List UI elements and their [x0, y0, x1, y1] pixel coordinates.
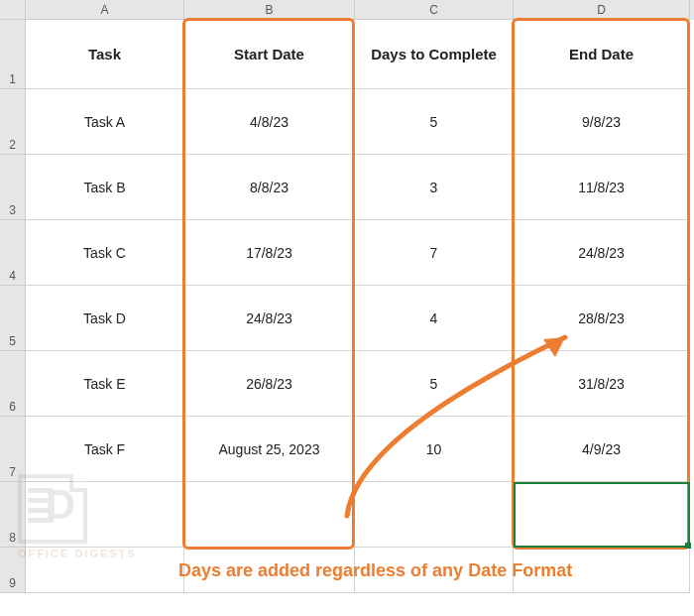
cell-d3[interactable]: 11/8/23: [514, 155, 690, 220]
cell-d4[interactable]: 24/8/23: [514, 220, 690, 286]
row-header-5[interactable]: 5: [0, 286, 26, 351]
cell-c2[interactable]: 5: [355, 89, 514, 155]
cell-d8[interactable]: [514, 482, 690, 548]
col-header-d[interactable]: D: [514, 0, 690, 20]
col-header-c[interactable]: C: [355, 0, 514, 20]
spreadsheet: A B C D 1 2 3 4 5 6 7 8 9 Task Start Dat…: [0, 0, 694, 616]
cell-a4[interactable]: Task C: [26, 220, 184, 286]
row-header-7[interactable]: 7: [0, 417, 26, 482]
cell-c5[interactable]: 4: [355, 286, 514, 351]
column-headers: A B C D: [0, 0, 694, 20]
cell-d1[interactable]: End Date: [514, 20, 690, 89]
grid: Task Start Date Days to Complete End Dat…: [26, 20, 690, 593]
cell-a8[interactable]: [26, 482, 184, 548]
cell-c1[interactable]: Days to Complete: [355, 20, 514, 89]
col-header-b[interactable]: B: [184, 0, 355, 20]
cell-a1[interactable]: Task: [26, 20, 184, 89]
row-header-2[interactable]: 2: [0, 89, 26, 155]
row-header-9[interactable]: 9: [0, 548, 26, 593]
cell-a7[interactable]: Task F: [26, 417, 184, 482]
row-header-6[interactable]: 6: [0, 351, 26, 417]
row-header-1[interactable]: 1: [0, 20, 26, 89]
row-header-8[interactable]: 8: [0, 482, 26, 548]
cell-c4[interactable]: 7: [355, 220, 514, 286]
cell-b3[interactable]: 8/8/23: [184, 155, 355, 220]
cell-c6[interactable]: 5: [355, 351, 514, 417]
col-header-a[interactable]: A: [26, 0, 184, 20]
cell-b6[interactable]: 26/8/23: [184, 351, 355, 417]
cell-a2[interactable]: Task A: [26, 89, 184, 155]
cell-c3[interactable]: 3: [355, 155, 514, 220]
cell-b1[interactable]: Start Date: [184, 20, 355, 89]
row-header-3[interactable]: 3: [0, 155, 26, 220]
cell-c8[interactable]: [355, 482, 514, 548]
cell-a9[interactable]: [26, 548, 184, 593]
cell-b5[interactable]: 24/8/23: [184, 286, 355, 351]
select-all-corner[interactable]: [0, 0, 26, 20]
cell-d2[interactable]: 9/8/23: [514, 89, 690, 155]
cell-b4[interactable]: 17/8/23: [184, 220, 355, 286]
cell-a5[interactable]: Task D: [26, 286, 184, 351]
cell-d7[interactable]: 4/9/23: [514, 417, 690, 482]
row-header-4[interactable]: 4: [0, 220, 26, 286]
cell-a3[interactable]: Task B: [26, 155, 184, 220]
cell-c7[interactable]: 10: [355, 417, 514, 482]
cell-b2[interactable]: 4/8/23: [184, 89, 355, 155]
cell-a6[interactable]: Task E: [26, 351, 184, 417]
cell-d5[interactable]: 28/8/23: [514, 286, 690, 351]
annotation-text: Days are added regardless of any Date Fo…: [178, 560, 572, 581]
cell-b8[interactable]: [184, 482, 355, 548]
cell-b7[interactable]: August 25, 2023: [184, 417, 355, 482]
row-headers: 1 2 3 4 5 6 7 8 9: [0, 20, 26, 593]
cell-d6[interactable]: 31/8/23: [514, 351, 690, 417]
